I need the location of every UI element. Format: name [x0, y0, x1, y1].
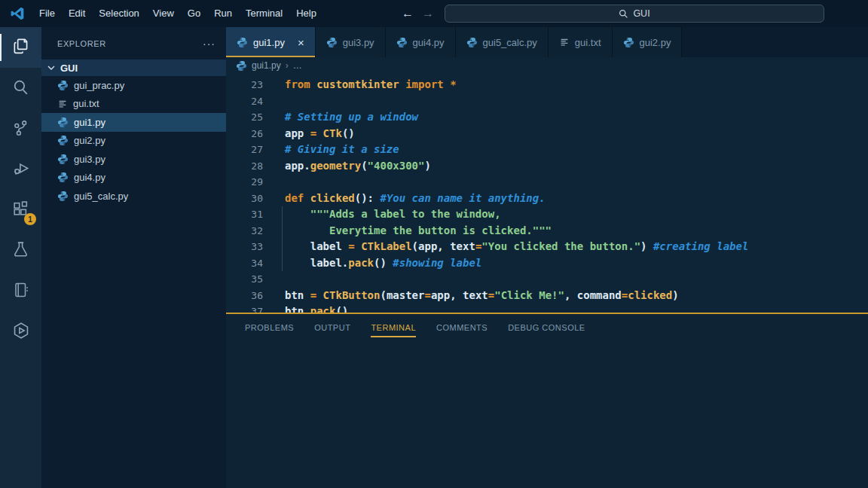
editor-tab-gui3.py[interactable]: gui3.py	[316, 27, 386, 57]
file-name: gui5_calc.py	[74, 191, 128, 202]
code-line-29: 29	[226, 174, 868, 191]
file-name: gui4.py	[74, 172, 105, 183]
file-row-gui2.py[interactable]: gui2.py	[41, 132, 226, 151]
line-number: 33	[226, 239, 263, 255]
code-line-32: 32 Everytime the button is clicked."""	[226, 223, 868, 239]
menu-file[interactable]: File	[32, 0, 62, 27]
line-content: def clicked(): #You can name it anything…	[263, 191, 546, 207]
search-icon	[11, 78, 30, 99]
code-line-34: 34 label.pack() #showing label	[226, 255, 868, 272]
activity-extensions-icon[interactable]: 1	[0, 190, 41, 230]
menu-help[interactable]: Help	[289, 0, 323, 27]
file-name: gui1.py	[74, 117, 105, 128]
python-icon	[326, 37, 338, 48]
menu-edit[interactable]: Edit	[62, 0, 92, 27]
code-line-33: 33 label = CTkLabel(app, text="You click…	[226, 239, 868, 255]
file-row-gui_prac.py[interactable]: gui_prac.py	[41, 76, 226, 95]
editor-tab-gui4.py[interactable]: gui4.py	[386, 27, 456, 57]
folder-name: GUI	[60, 63, 78, 74]
tab-label: gui3.py	[343, 37, 374, 48]
activity-hexagon-play-icon[interactable]	[0, 312, 41, 352]
panel-tab-output[interactable]: OUTPUT	[314, 314, 350, 341]
nav-back-arrow[interactable]: ←	[402, 0, 414, 27]
code-editor[interactable]: 23from customtkinter import *2425# Setti…	[226, 74, 868, 340]
editor-tab-gui2.py[interactable]: gui2.py	[613, 27, 683, 57]
line-content: label.pack() #showing label	[263, 255, 481, 272]
editor-tab-gui.txt[interactable]: gui.txt	[549, 27, 613, 57]
command-search-input[interactable]: GUI	[445, 5, 824, 23]
line-number: 29	[226, 174, 263, 191]
menu-go[interactable]: Go	[181, 0, 207, 27]
python-icon	[57, 172, 69, 183]
tab-label: gui1.py	[253, 37, 285, 48]
menu-view[interactable]: View	[146, 0, 181, 27]
search-icon	[619, 9, 628, 19]
python-icon	[237, 37, 248, 48]
more-actions-icon[interactable]: ···	[203, 38, 215, 50]
menu-run[interactable]: Run	[207, 0, 239, 27]
python-icon	[57, 135, 69, 146]
panel-tab-bar: PROBLEMSOUTPUTTERMINALCOMMENTSDEBUG CONS…	[226, 314, 868, 341]
folder-row-gui[interactable]: GUI	[41, 59, 226, 76]
line-number: 26	[226, 126, 263, 142]
menu-bar: FileEditSelectionViewGoRunTerminalHelp	[32, 0, 323, 27]
panel-tab-comments[interactable]: COMMENTS	[436, 314, 487, 341]
python-icon	[57, 117, 69, 128]
file-row-gui.txt[interactable]: gui.txt	[41, 95, 226, 114]
activity-bar: 1	[0, 27, 41, 488]
activity-run-debug-icon[interactable]	[0, 149, 41, 190]
python-icon	[236, 60, 247, 72]
activity-beaker-icon[interactable]	[0, 230, 41, 271]
activity-source-control-icon[interactable]	[0, 108, 41, 149]
file-row-gui5_calc.py[interactable]: gui5_calc.py	[41, 187, 226, 206]
search-value: GUI	[633, 8, 649, 19]
python-icon	[466, 37, 478, 48]
file-name: gui2.py	[74, 135, 105, 146]
python-icon	[57, 154, 69, 165]
source-control-icon	[11, 118, 30, 140]
indent-guide	[282, 206, 283, 223]
code-line-30: 30def clicked(): #You can name it anythi…	[226, 191, 868, 207]
tab-label: gui5_calc.py	[483, 37, 537, 48]
file-name: gui_prac.py	[74, 80, 124, 91]
tab-label: gui4.py	[413, 37, 445, 48]
indent-guide	[282, 255, 283, 272]
indent-guide	[282, 223, 283, 239]
beaker-icon	[11, 240, 30, 262]
code-line-36: 36btn = CTkButton(master=app, text="Clic…	[226, 288, 868, 304]
line-content: app = CTk()	[263, 126, 355, 142]
editor-tab-gui5_calc.py[interactable]: gui5_calc.py	[456, 27, 549, 57]
editor-area: gui1.py×gui3.pygui4.pygui5_calc.pygui.tx…	[226, 27, 868, 488]
python-icon	[623, 37, 634, 48]
text-file-icon	[559, 37, 570, 47]
line-number: 27	[226, 142, 263, 158]
code-line-26: 26app = CTk()	[226, 126, 868, 142]
line-number: 35	[226, 271, 263, 288]
code-line-27: 27# Giving it a size	[226, 142, 868, 158]
line-content: # Giving it a size	[263, 142, 399, 158]
python-icon	[57, 191, 69, 202]
menu-selection[interactable]: Selection	[92, 0, 145, 27]
file-row-gui4.py[interactable]: gui4.py	[41, 169, 226, 188]
panel-tab-debug-console[interactable]: DEBUG CONSOLE	[508, 314, 585, 341]
indent-guide	[282, 239, 283, 255]
panel-tab-problems[interactable]: PROBLEMS	[245, 314, 294, 341]
file-row-gui1.py[interactable]: gui1.py	[41, 113, 226, 132]
file-name: gui.txt	[73, 98, 99, 109]
close-icon[interactable]: ×	[298, 36, 304, 49]
breadcrumb[interactable]: gui1.py›…	[226, 57, 868, 74]
activity-notebook-icon[interactable]	[0, 271, 41, 312]
breadcrumb-more[interactable]: …	[293, 60, 302, 71]
activity-search-icon[interactable]	[0, 68, 41, 108]
panel-tab-terminal[interactable]: TERMINAL	[371, 314, 416, 341]
file-row-gui3.py[interactable]: gui3.py	[41, 150, 226, 169]
line-content	[263, 174, 285, 191]
file-name: gui3.py	[74, 154, 105, 165]
extensions-badge: 1	[24, 213, 36, 225]
editor-tab-gui1.py[interactable]: gui1.py×	[226, 27, 316, 57]
activity-files-icon[interactable]	[0, 27, 41, 68]
code-line-35: 35	[226, 271, 868, 288]
line-content: """Adds a label to the window,	[263, 206, 501, 223]
menu-terminal[interactable]: Terminal	[239, 0, 289, 27]
breadcrumb-file[interactable]: gui1.py	[252, 60, 281, 71]
